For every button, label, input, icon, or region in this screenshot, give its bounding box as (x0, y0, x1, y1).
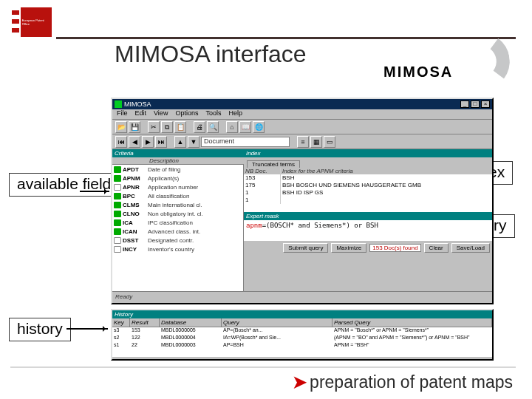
history-result: 153 (130, 327, 160, 335)
tool-open-icon[interactable]: 📂 (115, 121, 127, 133)
app-title-text: MIMOSA (124, 100, 151, 108)
criteria-badge-icon (114, 237, 121, 244)
tool-copy-icon[interactable]: ⧉ (161, 121, 173, 133)
close-button[interactable]: × (481, 100, 490, 108)
view-list-icon[interactable]: ≡ (297, 136, 309, 148)
history-col-result: Result (130, 318, 160, 327)
criteria-row[interactable]: APNRApplication number (112, 183, 243, 191)
save-load-button[interactable]: Save/Load (451, 243, 490, 253)
criteria-code: CLMS (123, 202, 148, 208)
nav-prev-icon[interactable]: ◀ (129, 136, 140, 148)
nav-first-icon[interactable]: ⏮ (115, 136, 127, 148)
criteria-badge-icon (114, 184, 121, 191)
menu-help[interactable]: Help (228, 109, 242, 119)
menu-file[interactable]: File (117, 109, 128, 119)
criteria-badge-icon (114, 228, 121, 235)
maximize-button[interactable]: □ (471, 100, 480, 108)
criteria-row[interactable]: CLNONon obligatory int. cl. (112, 209, 243, 218)
criteria-desc: Main international cl. (148, 202, 202, 208)
tab-truncated-terms[interactable]: Truncated terms (247, 160, 300, 168)
criteria-row[interactable]: ICAIPC classification (112, 218, 243, 227)
submit-query-button[interactable]: Submit query (283, 243, 328, 253)
criteria-row[interactable]: APDTDate of filing (112, 165, 243, 174)
history-row[interactable]: s2122MBDL0000004IA=WP(Bosch* and Sie...(… (112, 335, 492, 342)
history-columns: Key Result Database Query Parsed Query (112, 318, 492, 327)
nav-up-icon[interactable]: ▲ (174, 136, 186, 148)
menu-tools[interactable]: Tools (205, 109, 221, 119)
footer-text: ➤preparation of patent maps (293, 372, 513, 392)
menu-options[interactable]: Options (175, 109, 198, 119)
logo-epo: European Patent Office (10, 7, 52, 37)
tool-save-icon[interactable]: 💾 (129, 121, 140, 133)
index-table[interactable]: NB Doc. Index for the APNM criteria 153B… (244, 168, 492, 212)
criteria-row[interactable]: DSSTDesignated contr. (112, 236, 243, 245)
tool-print-icon[interactable]: 🖨 (194, 121, 205, 133)
tool-cut-icon[interactable]: ✂ (148, 121, 160, 133)
criteria-row[interactable]: CLMSMain international cl. (112, 200, 243, 209)
tool-book-icon[interactable]: 📖 (239, 121, 251, 133)
criteria-badge-icon (114, 193, 121, 200)
criteria-badge-icon (114, 175, 121, 182)
clear-button[interactable]: Clear (424, 243, 449, 253)
index-row[interactable]: 1 (244, 197, 492, 204)
logo-text: European Patent Office (22, 18, 52, 26)
index-row[interactable]: 175BSH BOSCH UND SIEMENS HAUSGERAETE GMB (244, 182, 492, 189)
index-col-nbdoc: NB Doc. (244, 168, 281, 174)
query-field-key: apnm (246, 222, 262, 229)
criteria-row[interactable]: INCYInventor's country (112, 245, 243, 253)
statusbar: Ready (112, 291, 492, 303)
tool-globe-icon[interactable]: 🌐 (253, 121, 265, 133)
logo-bars (10, 7, 21, 37)
history-table-body[interactable]: s3153MBDL0000005AP=(Bosch* an...APNM = "… (112, 327, 492, 357)
history-parsed: APNM = "BSH" (332, 342, 492, 349)
criteria-list[interactable]: APDTDate of filingAPNMApplicant(s)APNRAp… (112, 165, 244, 291)
criteria-desc: Designated contr. (148, 237, 194, 244)
criteria-pane-header: Criteria (112, 149, 244, 157)
toolbar-main: 📂 💾 ✂ ⧉ 📋 🖨 🔍 ⌂ 📖 🌐 (112, 120, 492, 134)
menu-edit[interactable]: Edit (135, 109, 147, 119)
history-row[interactable]: s122MBDL0000003AP=BSHAPNM = "BSH" (112, 342, 492, 349)
tool-home-icon[interactable]: ⌂ (226, 121, 238, 133)
tool-search-icon[interactable]: 🔍 (207, 121, 219, 133)
criteria-desc: Date of filing (148, 166, 180, 173)
tool-paste-icon[interactable]: 📋 (174, 121, 186, 133)
criteria-code: APDT (123, 166, 148, 173)
document-field[interactable]: Document (201, 137, 290, 147)
index-col-term: Index for the APNM criteria (281, 168, 492, 174)
history-db: MBDL0000005 (160, 327, 222, 335)
swoosh-icon (428, 29, 514, 97)
expert-pane-header: Expert mask (244, 212, 492, 220)
criteria-code: APNM (123, 175, 148, 182)
criteria-badge-icon (114, 246, 121, 253)
index-term: BSH BOSCH UND SIEMENS HAUSGERAETE GMB (281, 182, 492, 189)
criteria-desc: Advanced class. int. (148, 228, 200, 235)
criteria-row[interactable]: BPCAll classification (112, 191, 243, 200)
criteria-row[interactable]: ICANAdvanced class. int. (112, 227, 243, 236)
footer-rule (10, 366, 516, 368)
app-titlebar[interactable]: MIMOSA _ □ × (112, 99, 492, 109)
criteria-row[interactable]: APNMApplicant(s) (112, 174, 243, 183)
nav-down-icon[interactable]: ▼ (188, 136, 200, 148)
history-window: History Key Result Database Query Parsed… (111, 309, 494, 361)
menubar: File Edit View Options Tools Help (112, 109, 492, 120)
nav-next-icon[interactable]: ▶ (142, 136, 154, 148)
chevron-right-icon: ➤ (293, 372, 307, 392)
history-query: IA=WP(Bosch* and Sie... (222, 335, 332, 342)
page-title: MIMOSA interface (115, 41, 307, 68)
history-row[interactable]: s3153MBDL0000005AP=(Bosch* an...APNM = "… (112, 327, 492, 335)
view-page-icon[interactable]: ▭ (324, 136, 335, 148)
history-col-key: Key (112, 318, 130, 327)
maximize-query-button[interactable]: Maximize (331, 243, 366, 253)
view-grid-icon[interactable]: ▦ (310, 136, 322, 148)
query-button-row: Submit query Maximize 153 Doc(s) found C… (244, 241, 492, 255)
criteria-pane: Criteria Description APDTDate of filingA… (112, 149, 244, 291)
minimize-button[interactable]: _ (460, 100, 469, 108)
callout-text: history (17, 320, 63, 337)
index-row[interactable]: 153BSH (244, 174, 492, 182)
history-col-query: Query (222, 318, 332, 327)
nav-last-icon[interactable]: ⏭ (155, 136, 167, 148)
index-row[interactable]: 1BSH ID ISP GS (244, 189, 492, 197)
menu-view[interactable]: View (154, 109, 168, 119)
toolbar-navigation: ⏮ ◀ ▶ ⏭ ▲ ▼ Document ≡ ▦ ▭ (112, 134, 492, 149)
query-textarea[interactable]: apnm=(BOSCH* and Siemens*) or BSH (244, 220, 492, 241)
